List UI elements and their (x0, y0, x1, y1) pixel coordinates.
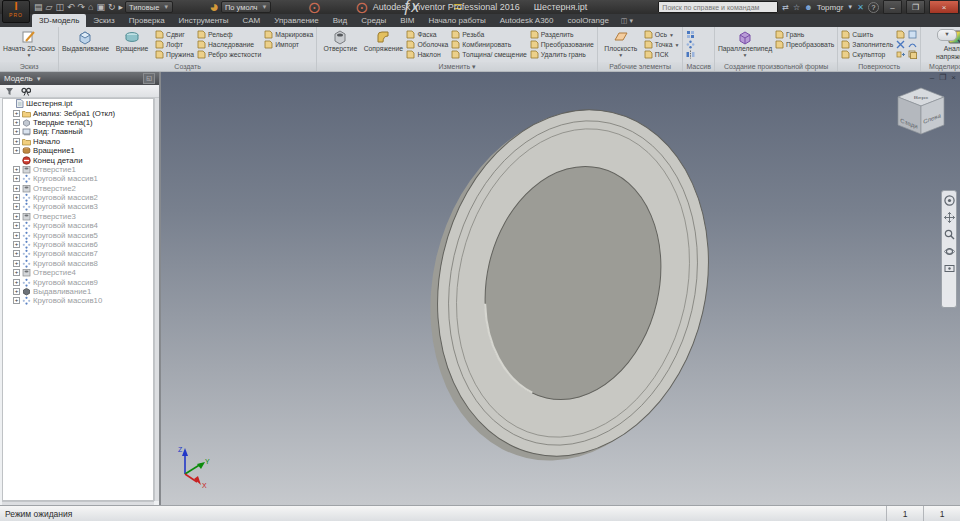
user-icon[interactable]: ☻ (804, 3, 812, 12)
tab-Эскиз[interactable]: Эскиз (86, 14, 121, 27)
close-button[interactable]: × (929, 0, 959, 14)
annotate-icon[interactable]: ▣ (96, 0, 105, 14)
tree-expand-icon[interactable]: + (13, 185, 20, 192)
tree-item[interactable]: Шестерня.ipt (3, 99, 153, 108)
ribbon-group-label[interactable]: Изменить ▾ (317, 62, 596, 71)
navigation-wheel-icon[interactable] (944, 195, 955, 206)
redo-icon[interactable]: ↷ (78, 0, 86, 14)
ribbon-small-button-Точка[interactable]: Точка▼ (644, 40, 680, 49)
tree-expand-icon[interactable]: + (13, 269, 20, 276)
tree-item[interactable]: +Выдавливание1 (3, 287, 153, 296)
tree-expand-icon[interactable]: + (13, 128, 20, 135)
ribbon-button-Выдавливание[interactable]: Выдавливание (62, 28, 109, 53)
tree-item[interactable]: Конец детали (3, 155, 153, 164)
tree-expand-icon[interactable]: + (13, 250, 20, 257)
doc-minimize-button[interactable]: – (930, 73, 934, 82)
ribbon-group-label[interactable]: Моделирование (921, 62, 960, 71)
tree-expand-icon[interactable]: + (13, 175, 20, 182)
tree-item[interactable]: +Круговой массив7 (3, 249, 153, 258)
tree-expand-icon[interactable]: + (13, 241, 20, 248)
tree-expand-icon[interactable]: + (13, 110, 20, 117)
part-model-gear-ring[interactable] (161, 72, 960, 506)
ribbon-button-Сопряжение[interactable]: Сопряжение (363, 28, 403, 53)
ribbon-small-button-Маркировка[interactable]: Маркировка (264, 30, 313, 39)
tree-expand-icon[interactable]: + (13, 203, 20, 210)
browser-vertical-scrollbar[interactable] (154, 98, 159, 501)
ribbon-small-button-Ребро жесткости[interactable]: Ребро жесткости (197, 50, 261, 59)
ribbon-small-button-Грань[interactable]: Грань (775, 30, 834, 39)
tree-expand-icon[interactable]: + (13, 138, 20, 145)
doc-close-button[interactable]: × (951, 73, 956, 82)
tree-item[interactable]: +Отверстие2 (3, 184, 153, 193)
ribbon-small-button-Комбинировать[interactable]: Комбинировать (451, 40, 526, 49)
tab-CAM[interactable]: CAM (235, 14, 267, 27)
graphics-viewport[interactable]: – ❐ × Верх Сзади Слева (161, 72, 960, 506)
ribbon-small-button-Импорт[interactable]: Импорт (264, 40, 313, 49)
restore-button[interactable]: ❐ (906, 0, 925, 14)
ribbon-small-button-Сшить[interactable]: Сшить (841, 30, 893, 39)
ribbon-small-button-Скульптор[interactable]: Скульптор (841, 50, 893, 59)
tree-item[interactable]: +Круговой массив6 (3, 240, 153, 249)
tree-item[interactable]: +Отверстие3 (3, 212, 153, 221)
ribbon-small-button-Наследование[interactable]: Наследование (197, 40, 261, 49)
ribbon-small-button-Заполнитель[interactable]: Заполнитель (841, 40, 893, 49)
ribbon-small-button[interactable] (908, 30, 917, 39)
tab-Проверка[interactable]: Проверка (122, 14, 172, 27)
zoom-window-icon[interactable]: ⊙ (355, 0, 368, 17)
tree-item[interactable]: +Круговой массив9 (3, 277, 153, 286)
tree-item[interactable]: +Круговой массив4 (3, 221, 153, 230)
ribbon-small-button-Преобразовать[interactable]: Преобразовать (775, 40, 834, 49)
ribbon-small-button-Преобразование[interactable]: Преобразование (530, 40, 594, 49)
ribbon-small-button-Удалить грань[interactable]: Удалить грань (530, 50, 594, 59)
ribbon-small-button[interactable] (908, 50, 917, 59)
update-icon[interactable]: ↻ (108, 0, 116, 14)
favorites-star-icon[interactable]: ☆ (793, 3, 800, 12)
new-document-icon[interactable]: ▤ (34, 0, 43, 14)
tree-item[interactable]: +Вращение1 (3, 146, 153, 155)
tree-item[interactable]: +Круговой массив2 (3, 193, 153, 202)
ribbon-small-button[interactable] (686, 50, 695, 59)
tree-item[interactable]: +Начало (3, 137, 153, 146)
ribbon-small-button[interactable] (896, 40, 905, 49)
tab-Инструменты[interactable]: Инструменты (172, 14, 236, 27)
appearance-dropdown[interactable]: По умолч ▼ (221, 1, 272, 13)
help-icon[interactable]: ? (868, 2, 879, 13)
ribbon-group-label[interactable]: Рабочие элементы (598, 62, 683, 71)
ribbon-small-button-ПСК[interactable]: ПСК (644, 50, 680, 59)
tree-expand-icon[interactable]: + (13, 166, 20, 173)
ribbon-group-label[interactable]: Создать (59, 62, 316, 71)
ribbon-small-button[interactable] (896, 50, 905, 59)
open-icon[interactable]: ▱ (46, 0, 53, 14)
undo-icon[interactable]: ↶ (67, 0, 75, 14)
ribbon-small-button-Наклон[interactable]: Наклон (406, 50, 448, 59)
select-icon[interactable]: ▸ (119, 0, 124, 14)
tab-overflow-icon[interactable]: ◫ ▾ (616, 14, 638, 27)
ribbon-small-button-Лофт[interactable]: Лофт (155, 40, 194, 49)
ribbon-small-button-Пружина[interactable]: Пружина (155, 50, 194, 59)
tab-Вид[interactable]: Вид (326, 14, 354, 27)
ribbon-small-button-Сдвиг[interactable]: Сдвиг (155, 30, 194, 39)
help-search-input[interactable] (658, 1, 778, 13)
tree-item[interactable]: +Отверстие1 (3, 165, 153, 174)
tree-item[interactable]: +Круговой массив1 (3, 174, 153, 183)
material-dropdown[interactable]: Типовые ▼ (125, 1, 173, 13)
ribbon-small-button[interactable] (896, 30, 905, 39)
ribbon-options-button[interactable]: ▼ (937, 29, 957, 41)
ribbon-small-button-Разделить[interactable]: Разделить (530, 30, 594, 39)
ribbon-small-button[interactable] (686, 40, 695, 49)
signed-in-user[interactable]: Topmgr (817, 3, 844, 12)
tree-expand-icon[interactable]: + (13, 232, 20, 239)
tree-expand-icon[interactable]: + (13, 213, 20, 220)
ribbon-group-label[interactable]: Создание произвольной формы (715, 62, 837, 71)
sign-in-icon[interactable]: ⇄ (782, 3, 789, 12)
ribbon-button-Вращение[interactable]: Вращение (112, 28, 152, 53)
ribbon-group-label[interactable]: Поверхность (838, 62, 920, 71)
inventor-logo-icon[interactable]: I PRO (2, 0, 30, 23)
ribbon-small-button-Толщина/ смещение[interactable]: Толщина/ смещение (451, 50, 526, 59)
tree-item[interactable]: +Анализ: Зебра1 (Откл) (3, 108, 153, 117)
chevron-down-icon[interactable]: ▼ (847, 4, 853, 10)
ribbon-button-Плоскость[interactable]: Плоскость▼ (601, 28, 641, 57)
tree-item[interactable]: +Отверстие4 (3, 268, 153, 277)
save-icon[interactable]: ◫ (55, 0, 64, 14)
appearance-ball-icon[interactable]: ◕ (209, 0, 219, 16)
